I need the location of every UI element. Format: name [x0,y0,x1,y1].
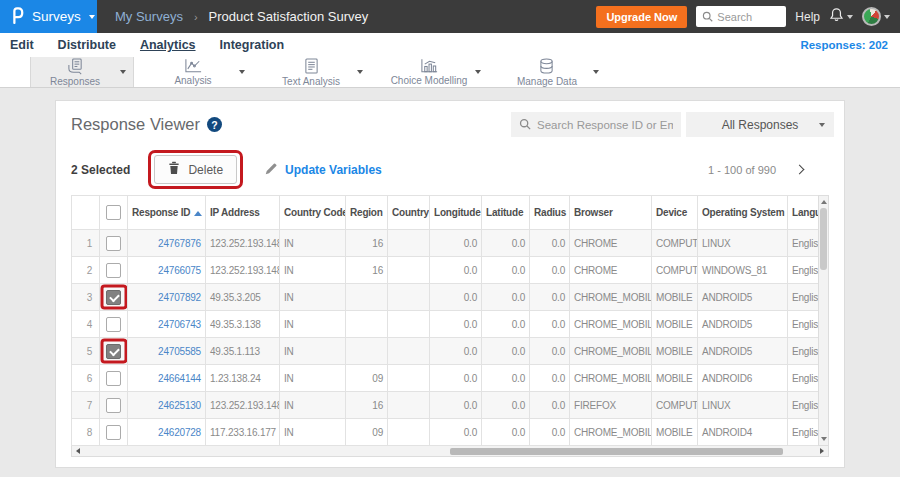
responses-table-wrap: Response IDIP AddressCountry CodeRegionC… [71,195,829,446]
chevron-down-icon[interactable] [357,70,363,74]
viewer-controls: All Responses [511,112,834,137]
column-header-country-code[interactable]: Country Code [280,196,346,230]
row-checkbox[interactable] [106,290,121,305]
response-viewer-card: Response Viewer ? All Responses 2 Select… [55,100,845,468]
account-menu[interactable] [862,7,890,26]
vertical-scrollbar[interactable] [818,195,829,446]
horizontal-scrollbar-thumb[interactable] [450,448,783,455]
table-row: 724625130123.252.193.148IN160.00.00.0FIR… [72,392,829,419]
row-checkbox[interactable] [106,398,121,413]
response-id-link[interactable]: 24625130 [158,400,201,411]
cell-browser: CHROME_MOBILE [570,365,652,392]
select-all-checkbox[interactable] [106,205,121,220]
row-checkbox[interactable] [106,425,121,440]
cell-response_id: 24664144 [128,365,206,392]
nav-item-distribute[interactable]: Distribute [58,38,116,52]
scroll-left-arrow-icon[interactable] [76,448,80,454]
cell-response_id: 24707892 [128,284,206,311]
nav-item-edit[interactable]: Edit [10,38,34,52]
column-header-device[interactable]: Device [652,196,698,230]
cell-response_id: 24766075 [128,257,206,284]
cell-longitude: 0.0 [430,419,482,446]
nav-item-analytics[interactable]: Analytics [140,38,196,52]
tab-manage-data[interactable]: Manage Data [502,57,606,87]
nav-item-integration[interactable]: Integration [220,38,285,52]
column-header-country[interactable]: Country [388,196,430,230]
chevron-down-icon[interactable] [593,70,599,74]
column-header-latitude[interactable]: Latitude [482,196,530,230]
response-id-link[interactable]: 24620728 [158,427,201,438]
cell-radius: 0.0 [530,257,570,284]
delete-button[interactable]: Delete [154,155,237,184]
cell-country_code: IN [280,338,346,365]
scroll-down-arrow-icon[interactable] [819,433,828,445]
breadcrumb-my-surveys[interactable]: My Surveys [115,9,183,24]
help-link[interactable]: Help [795,10,820,24]
column-header-region[interactable]: Region [346,196,388,230]
chevron-down-icon [89,15,95,19]
cell-region: 16 [346,257,388,284]
cell-device: MOBILE [652,365,698,392]
chevron-down-icon[interactable] [239,70,245,74]
column-header-browser[interactable]: Browser [570,196,652,230]
vertical-scrollbar-thumb[interactable] [820,208,827,270]
tab-text-analysis[interactable]: Text Analysis [266,57,370,87]
column-header-radius[interactable]: Radius [530,196,570,230]
column-header-longitude[interactable]: Longitude [430,196,482,230]
response-id-link[interactable]: 24705585 [158,346,201,357]
cell-radius: 0.0 [530,392,570,419]
chevron-down-icon[interactable] [475,70,481,74]
row-checkbox[interactable] [106,236,121,251]
row-checkbox[interactable] [106,371,121,386]
row-checkbox[interactable] [106,263,121,278]
cell-longitude: 0.0 [430,338,482,365]
scroll-up-arrow-icon[interactable] [819,196,828,208]
row-checkbox[interactable] [106,344,121,359]
row-select-cell [100,365,128,392]
response-id-link[interactable]: 24707892 [158,292,201,303]
next-page-icon[interactable] [795,165,805,175]
cell-radius: 0.0 [530,338,570,365]
column-header-operating-system[interactable]: Operating System [698,196,788,230]
page-body: Response Viewer ? All Responses 2 Select… [0,88,900,468]
tab-analysis[interactable]: Analysis [148,57,252,87]
global-search-input[interactable] [717,11,779,23]
tab-responses[interactable]: Responses [30,57,134,87]
help-question-icon[interactable]: ? [207,117,222,132]
cell-region: 16 [346,392,388,419]
viewer-title-row: Response Viewer ? [71,115,222,134]
scroll-right-arrow-icon[interactable] [820,448,824,454]
notifications-menu[interactable] [829,7,853,26]
cell-latitude: 0.0 [482,230,530,257]
response-id-link[interactable]: 24766075 [158,265,201,276]
cell-operating_system: LINUX [698,230,788,257]
response-id-link[interactable]: 24767876 [158,238,201,249]
cell-ip_address: 1.23.138.24 [206,365,280,392]
response-search-input[interactable] [537,119,673,131]
response-id-link[interactable]: 24706743 [158,319,201,330]
table-row: 124767876123.252.193.148IN160.00.00.0CHR… [72,230,829,257]
tab-choice-modelling[interactable]: Choice Modelling [384,57,488,87]
chevron-down-icon[interactable] [120,70,126,74]
cell-region: 16 [346,230,388,257]
responses-counter[interactable]: Responses: 202 [800,39,890,51]
response-id-link[interactable]: 24664144 [158,373,201,384]
cell-operating_system: LINUX [698,392,788,419]
update-variables-button[interactable]: Update Variables [265,161,382,179]
row-select-cell [100,257,128,284]
cell-longitude: 0.0 [430,284,482,311]
column-header-response-id[interactable]: Response ID [128,196,206,230]
row-checkbox[interactable] [106,317,121,332]
top-bar: Surveys My Surveys › Product Satisfactio… [0,0,900,33]
product-switcher[interactable]: Surveys [0,0,97,33]
cell-ip_address: 117.233.16.177 [206,419,280,446]
responses-filter-dropdown[interactable]: All Responses [686,112,834,137]
cell-country [388,284,430,311]
table-row: 824620728117.233.16.177IN090.00.00.0CHRO… [72,419,829,446]
bell-icon [829,7,844,26]
upgrade-now-button[interactable]: Upgrade Now [596,6,687,28]
horizontal-scrollbar[interactable] [71,446,829,457]
cell-browser: FIREFOX [570,392,652,419]
column-header-ip-address[interactable]: IP Address [206,196,280,230]
cell-response_id: 24706743 [128,311,206,338]
